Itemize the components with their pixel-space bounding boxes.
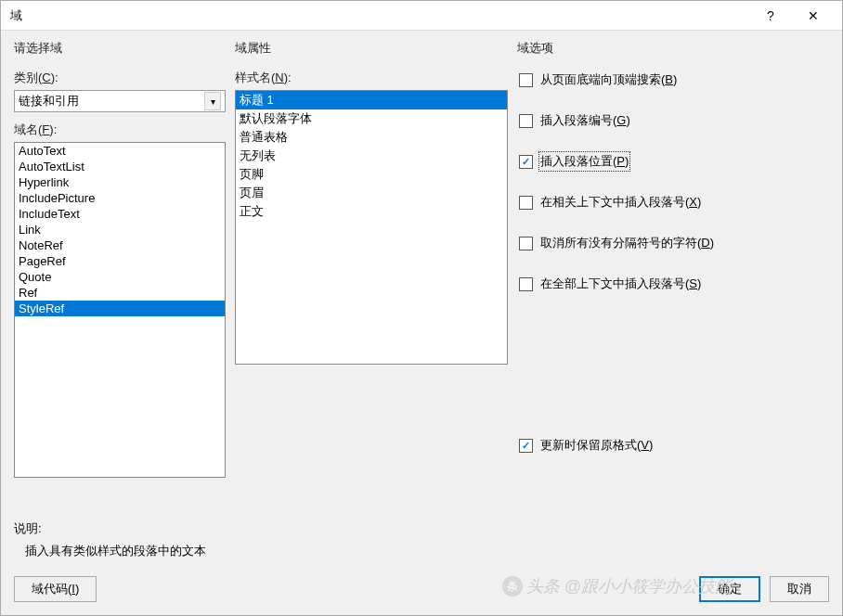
list-item[interactable]: NoteRef xyxy=(15,237,225,253)
close-button[interactable]: ✕ xyxy=(792,2,835,30)
field-options-label: 域选项 xyxy=(517,40,829,57)
cancel-button[interactable]: 取消 xyxy=(770,576,829,602)
list-item[interactable]: 页脚 xyxy=(236,165,507,184)
option-label: 插入段落编号(G) xyxy=(540,112,630,129)
dialog-content: 请选择域 类别(C): 链接和引用 ▾ 域名(F): AutoTextAutoT… xyxy=(1,31,842,517)
list-item[interactable]: Link xyxy=(15,222,225,237)
field-options-column: 域选项 从页面底端向顶端搜索(B)插入段落编号(G)插入段落位置(P)在相关上下… xyxy=(517,40,829,511)
option-checkbox[interactable] xyxy=(519,155,533,169)
list-item[interactable]: StyleRef xyxy=(15,301,225,316)
preserve-checkbox[interactable] xyxy=(519,439,533,453)
option-label: 取消所有没有分隔符号的字符(D) xyxy=(540,235,714,251)
list-item[interactable]: 正文 xyxy=(236,202,507,221)
list-item[interactable]: Ref xyxy=(15,285,225,301)
list-item[interactable]: 标题 1 xyxy=(236,91,507,109)
list-item[interactable]: PageRef xyxy=(15,253,225,269)
select-field-label: 请选择域 xyxy=(14,40,226,57)
ok-button[interactable]: 确定 xyxy=(699,576,760,602)
preserve-label: 更新时保留原格式(V) xyxy=(540,437,653,454)
field-properties-label: 域属性 xyxy=(235,40,508,57)
field-codes-button[interactable]: 域代码(I) xyxy=(14,576,97,602)
options-group: 从页面底端向顶端搜索(B)插入段落编号(G)插入段落位置(P)在相关上下文中插入… xyxy=(517,66,829,316)
list-item[interactable]: 普通表格 xyxy=(236,128,507,147)
option-label: 从页面底端向顶端搜索(B) xyxy=(540,71,677,88)
list-item[interactable]: IncludeText xyxy=(15,206,225,222)
dialog-footer: 域代码(I) 确定 取消 xyxy=(1,571,842,615)
category-label: 类别(C): xyxy=(14,70,226,86)
list-item[interactable]: Quote xyxy=(15,269,225,285)
field-option[interactable]: 在相关上下文中插入段落号(X) xyxy=(517,194,829,211)
preserve-option-wrap: 更新时保留原格式(V) xyxy=(517,437,829,478)
style-listbox[interactable]: 标题 1默认段落字体普通表格无列表页脚页眉正文 xyxy=(235,90,508,365)
fieldname-label: 域名(F): xyxy=(14,122,226,138)
field-option[interactable]: 插入段落编号(G) xyxy=(517,112,829,129)
option-checkbox[interactable] xyxy=(519,196,533,210)
style-label: 样式名(N): xyxy=(235,70,508,86)
explain-label: 说明: xyxy=(14,520,829,537)
list-item[interactable]: AutoTextList xyxy=(15,159,225,174)
field-option[interactable]: 在全部上下文中插入段落号(S) xyxy=(517,276,829,292)
list-item[interactable]: AutoText xyxy=(15,143,225,159)
explain-text: 插入具有类似样式的段落中的文本 xyxy=(14,537,829,571)
fieldname-listbox[interactable]: AutoTextAutoTextListHyperlinkIncludePict… xyxy=(14,142,226,478)
field-properties-column: 域属性 样式名(N): 标题 1默认段落字体普通表格无列表页脚页眉正文 xyxy=(235,40,508,511)
option-label: 插入段落位置(P) xyxy=(540,153,629,170)
option-label: 在全部上下文中插入段落号(S) xyxy=(540,276,701,292)
select-field-column: 请选择域 类别(C): 链接和引用 ▾ 域名(F): AutoTextAutoT… xyxy=(14,40,226,511)
option-checkbox[interactable] xyxy=(519,237,533,250)
field-option[interactable]: 取消所有没有分隔符号的字符(D) xyxy=(517,235,829,251)
category-combo[interactable]: 链接和引用 ▾ xyxy=(14,90,226,112)
option-checkbox[interactable] xyxy=(519,114,533,128)
explain-section: 说明: 插入具有类似样式的段落中的文本 xyxy=(1,517,842,571)
category-value: 链接和引用 xyxy=(19,93,204,109)
list-item[interactable]: 无列表 xyxy=(236,147,507,165)
chevron-down-icon[interactable]: ▾ xyxy=(204,92,221,110)
dialog-title: 域 xyxy=(10,7,749,24)
option-label: 在相关上下文中插入段落号(X) xyxy=(540,194,701,211)
field-option[interactable]: 从页面底端向顶端搜索(B) xyxy=(517,71,829,88)
titlebar: 域 ? ✕ xyxy=(1,1,842,31)
option-checkbox[interactable] xyxy=(519,277,533,291)
list-item[interactable]: Hyperlink xyxy=(15,174,225,190)
list-item[interactable]: IncludePicture xyxy=(15,190,225,206)
field-dialog: 域 ? ✕ 请选择域 类别(C): 链接和引用 ▾ 域名(F): AutoTex… xyxy=(0,0,843,616)
list-item[interactable]: 默认段落字体 xyxy=(236,109,507,128)
help-button[interactable]: ? xyxy=(749,2,792,30)
field-option[interactable]: 插入段落位置(P) xyxy=(517,153,829,170)
preserve-format-option[interactable]: 更新时保留原格式(V) xyxy=(517,437,829,454)
option-checkbox[interactable] xyxy=(519,73,533,87)
list-item[interactable]: 页眉 xyxy=(236,184,507,202)
